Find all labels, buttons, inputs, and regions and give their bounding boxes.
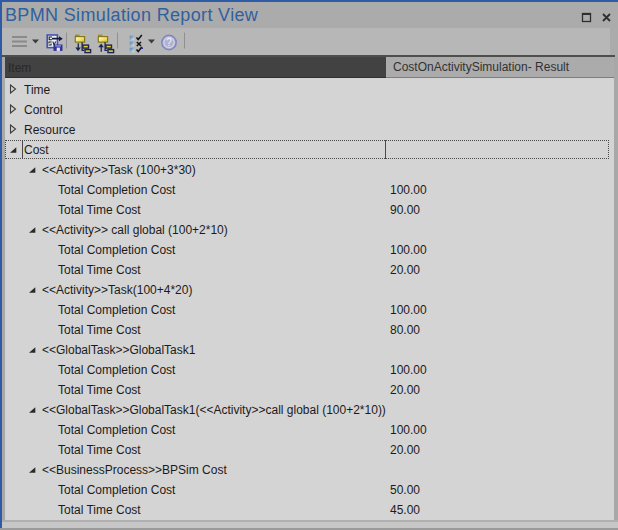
svg-text:?: ? [166, 37, 172, 48]
